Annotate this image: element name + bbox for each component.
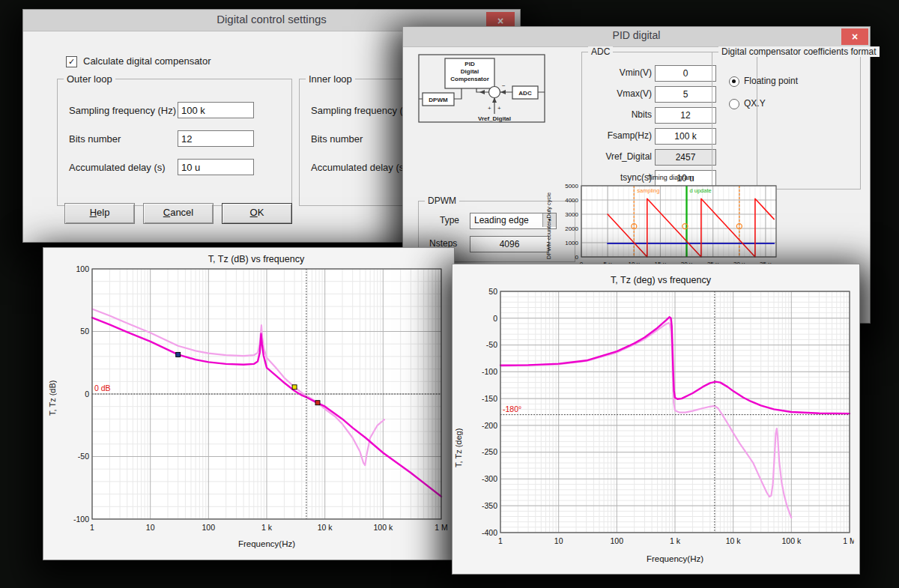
svg-text:100 k: 100 k (781, 536, 801, 545)
outer-loop-legend: Outer loop (64, 73, 115, 85)
bode-magnitude-title: T, Tz (dB) vs frequency (64, 254, 448, 264)
calculate-digital-compensator-label: Calculate digital compensator (83, 55, 211, 67)
qxy-label: QX.Y (744, 98, 766, 109)
desktop-background: Digital control settings × ✓ Calculate d… (0, 0, 899, 588)
window-title: Digital control settings (23, 13, 520, 25)
svg-text:sampling: sampling (637, 187, 659, 194)
dpwm-type-label: Type (440, 215, 459, 225)
svg-text:Frequency(Hz): Frequency(Hz) (647, 554, 703, 563)
svg-text:+: + (488, 105, 491, 112)
svg-text:-200: -200 (482, 421, 497, 430)
svg-text:-50: -50 (486, 340, 497, 349)
bode-phase-window: T, Tz (deg) vs frequency T, Tz (deg) -18… (452, 264, 860, 575)
svg-text:10: 10 (146, 523, 155, 532)
close-icon: × (497, 15, 503, 27)
coefficients-format-legend: Digital compensator coefficients format (718, 46, 880, 57)
svg-text:-150: -150 (482, 394, 497, 403)
svg-text:100: 100 (76, 264, 89, 273)
dpwm-type-select[interactable]: Leading edge ▼ (470, 213, 557, 229)
svg-text:1: 1 (498, 536, 503, 545)
accumulated-delay-label: Accumulated delay (s) (69, 162, 166, 173)
svg-text:5000: 5000 (565, 183, 578, 190)
radio-qxy[interactable] (729, 99, 739, 109)
bode-phase-title: T, Tz (deg) vs frequency (467, 275, 854, 285)
dpwm-legend: DPWM (425, 196, 459, 206)
svg-text:+: + (497, 105, 501, 112)
svg-text:1: 1 (90, 523, 94, 532)
svg-text:1 k: 1 k (261, 523, 273, 532)
svg-text:10: 10 (554, 536, 563, 545)
bits-number-input[interactable] (178, 130, 254, 147)
vmax-input[interactable] (655, 86, 716, 103)
svg-text:-100: -100 (482, 367, 497, 376)
nbits-input[interactable] (655, 107, 716, 124)
svg-text:−: − (502, 82, 506, 89)
svg-text:1 k: 1 k (670, 536, 681, 545)
help-button[interactable]: Help (64, 203, 135, 224)
svg-text:Compensator: Compensator (450, 76, 489, 82)
svg-text:ADC: ADC (518, 90, 532, 97)
svg-text:4000: 4000 (565, 197, 578, 204)
close-button[interactable]: × (841, 28, 868, 45)
inner-accumulated-delay-label: Accumulated delay (s) (311, 162, 408, 173)
svg-text:Frequency(Hz): Frequency(Hz) (238, 539, 295, 548)
svg-text:-300: -300 (482, 474, 497, 483)
svg-text:Vref_Digital: Vref_Digital (478, 115, 511, 122)
svg-text:d update: d update (690, 187, 712, 194)
vmin-input[interactable] (655, 65, 716, 82)
pid-digital-titlebar[interactable]: PID digital (403, 27, 870, 47)
timing-diagram-ylabel: DPWM counter, Duty cycle (545, 186, 552, 265)
timing-diagram-chart[interactable]: samplingd update05 u10 u15 u20 u25 u30 u… (559, 181, 782, 270)
svg-text:0: 0 (575, 254, 579, 261)
svg-text:2000: 2000 (565, 225, 578, 232)
svg-text:3000: 3000 (565, 211, 578, 218)
calculate-digital-compensator-checkbox[interactable]: ✓ (66, 56, 77, 67)
check-icon: ✓ (68, 57, 75, 66)
svg-text:0: 0 (493, 314, 497, 323)
cancel-button[interactable]: Cancel (143, 203, 214, 224)
vmax-label: Vmax(V) (617, 88, 652, 99)
ok-button[interactable]: OK (222, 203, 292, 224)
fsamp-input[interactable] (655, 128, 716, 145)
svg-text:-400: -400 (482, 528, 497, 537)
dpwm-type-value: Leading edge (474, 215, 529, 225)
vmin-label: Vmin(V) (620, 67, 652, 78)
svg-text:100 k: 100 k (373, 523, 393, 532)
svg-text:-50: -50 (78, 452, 89, 461)
nsteps-input[interactable] (470, 236, 549, 252)
fsamp-label: Fsamp(Hz) (608, 130, 652, 141)
bode-magnitude-chart[interactable]: 0 dB1101001 k10 k100 k1 M100500-50-100Fr… (64, 264, 448, 551)
inner-bits-number-label: Bits number (311, 133, 363, 145)
radio-floating-point[interactable] (729, 76, 739, 87)
svg-text:1000: 1000 (565, 240, 578, 246)
bode-magnitude-ylabel: T, Tz (dB) (48, 345, 57, 450)
svg-text:50: 50 (80, 327, 89, 336)
svg-text:100: 100 (611, 536, 624, 545)
svg-text:0 dB: 0 dB (94, 384, 111, 392)
svg-text:DPWM: DPWM (429, 97, 448, 103)
svg-text:100: 100 (202, 523, 216, 532)
svg-text:-100: -100 (73, 515, 89, 524)
close-icon: × (852, 31, 858, 43)
sampling-frequency-label: Sampling frequency (Hz) (69, 105, 176, 116)
svg-text:0: 0 (85, 390, 89, 398)
svg-text:1 M: 1 M (843, 536, 854, 545)
svg-text:1 M: 1 M (435, 523, 448, 532)
svg-text:PID: PID (464, 61, 475, 67)
svg-text:10 k: 10 k (318, 523, 333, 532)
svg-text:10 k: 10 k (726, 536, 742, 545)
outer-loop-group: Outer loop Sampling frequency (Hz) Bits … (57, 79, 292, 206)
vref-digital-output (655, 149, 716, 166)
bits-number-label: Bits number (69, 133, 121, 145)
pid-block-diagram: PID Digital Compensator DPWM ADC − + + V… (418, 54, 545, 123)
window-title: PID digital (403, 29, 870, 41)
svg-text:-250: -250 (482, 447, 497, 456)
sampling-frequency-input[interactable] (178, 102, 254, 118)
vref-digital-label: Vref_Digital (605, 151, 652, 162)
accumulated-delay-input[interactable] (178, 159, 254, 175)
timing-diagram-title: Timing diagram (559, 174, 782, 181)
bode-phase-chart[interactable]: -180°1101001 k10 k100 k1 M500-50-100-150… (467, 287, 854, 566)
bode-magnitude-window: T, Tz (dB) vs frequency T, Tz (dB) 0 dB1… (43, 247, 455, 560)
svg-text:Digital: Digital (461, 68, 479, 75)
inner-loop-legend: Inner loop (306, 73, 355, 85)
